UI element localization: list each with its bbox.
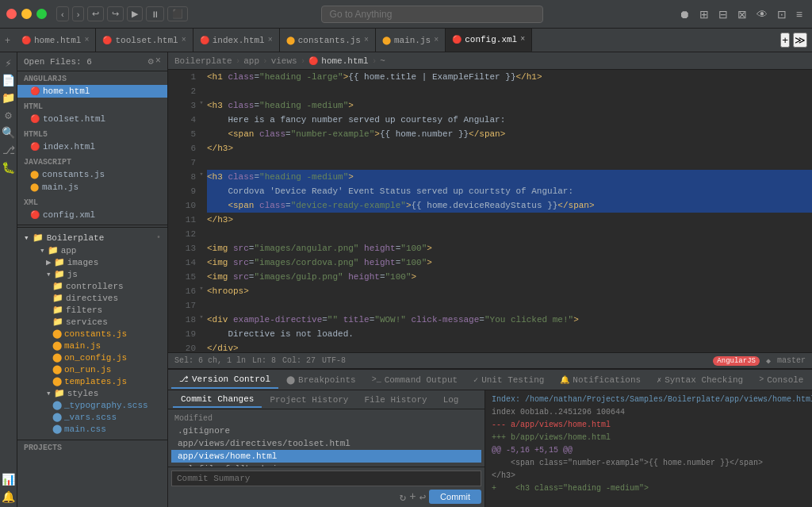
sidebar-icon-stats[interactable]: 📊 bbox=[2, 472, 16, 486]
gutter-16[interactable]: ▾ bbox=[196, 284, 207, 298]
tab-close-config[interactable]: × bbox=[520, 35, 525, 44]
folder-app[interactable]: ▾ 📁 app bbox=[17, 244, 167, 256]
forward-button[interactable]: › bbox=[72, 6, 85, 21]
tab-close-constants[interactable]: × bbox=[364, 36, 369, 44]
tab-close-toolset[interactable]: × bbox=[182, 36, 186, 44]
code-line-11[interactable]: </h3> bbox=[207, 213, 812, 227]
gutter-18[interactable]: ▾ bbox=[196, 313, 207, 327]
sidebar-icon-folder[interactable]: 📁 bbox=[2, 90, 16, 105]
tab-toolset-html[interactable]: 🔴 toolset.html × bbox=[96, 29, 193, 52]
minimize-button[interactable] bbox=[21, 9, 32, 19]
folder-styles[interactable]: ▾ 📁 styles bbox=[17, 387, 167, 399]
project-header[interactable]: ▾ 📁 Boilerplate • bbox=[17, 231, 167, 244]
tab-close-index[interactable]: × bbox=[268, 36, 273, 44]
folder-images[interactable]: ▶ 📁 images bbox=[17, 256, 167, 268]
commit-button[interactable]: Commit bbox=[429, 490, 481, 504]
view2-button[interactable]: ⊟ bbox=[715, 6, 731, 22]
undo-button[interactable]: ↩ bbox=[87, 6, 104, 21]
tab-command-output[interactable]: >_ Command Output bbox=[364, 372, 465, 388]
code-line-9[interactable]: Cordova 'Device Ready' Event Status serv… bbox=[207, 184, 812, 198]
sidebar-icon-search[interactable]: 🔍 bbox=[2, 125, 16, 140]
code-line-3[interactable]: <h3 class="heading -medium"> bbox=[207, 98, 812, 113]
file-panel-close[interactable]: × bbox=[155, 56, 161, 67]
tab-config-xml[interactable]: 🔴 config.xml × bbox=[446, 29, 532, 52]
menu-button[interactable]: ≡ bbox=[793, 6, 806, 22]
gutter-3[interactable]: ▾ bbox=[196, 98, 207, 113]
vc-stage-icon[interactable]: + bbox=[409, 490, 416, 503]
code-line-1[interactable]: <h1 class="heading -large">{{ home.title… bbox=[207, 70, 812, 84]
redo-button[interactable]: ↪ bbox=[107, 6, 124, 21]
code-line-7[interactable] bbox=[207, 156, 812, 170]
code-line-12[interactable] bbox=[207, 227, 812, 241]
file-vars-scss[interactable]: ⬤ _vars.scss bbox=[17, 411, 167, 423]
file-templates-js[interactable]: ⬤ templates.js bbox=[17, 375, 167, 387]
pause-button[interactable]: ⏸ bbox=[146, 6, 164, 21]
vc-subtab-log[interactable]: Log bbox=[435, 393, 467, 407]
stop-button[interactable]: ⬛ bbox=[167, 6, 188, 21]
code-line-18[interactable]: <div example-directive="" title="WOW!" c… bbox=[207, 313, 812, 327]
tab-unit-testing[interactable]: ✓ Unit Testing bbox=[465, 372, 552, 388]
file-typography-scss[interactable]: ⬤ _typography.scss bbox=[17, 399, 167, 411]
vc-subtab-history[interactable]: Project History bbox=[262, 393, 356, 407]
close-button[interactable] bbox=[6, 9, 17, 19]
tab-notifications[interactable]: 🔔 Notifications bbox=[552, 372, 649, 388]
file-item-index-html[interactable]: 🔴 index.html bbox=[17, 140, 167, 153]
build-button[interactable]: ▶ bbox=[127, 6, 143, 21]
folder-directives[interactable]: 📁 directives bbox=[17, 292, 167, 304]
code-line-20[interactable]: </div> bbox=[207, 341, 812, 352]
vc-subtab-file-history[interactable]: File History bbox=[356, 393, 435, 407]
code-line-6[interactable]: </h3> bbox=[207, 141, 812, 156]
tab-index-html[interactable]: 🔴 index.html × bbox=[193, 29, 280, 52]
search-input[interactable] bbox=[321, 6, 543, 23]
record-button[interactable]: ⏺ bbox=[676, 6, 693, 22]
tab-syntax-checking[interactable]: ✗ Syntax Checking bbox=[649, 372, 751, 388]
vc-file-gitignore[interactable]: .gitignore bbox=[171, 424, 481, 437]
tab-close-main[interactable]: × bbox=[434, 36, 439, 44]
tab-overflow-button[interactable]: ≫ bbox=[793, 33, 807, 48]
code-line-17[interactable] bbox=[207, 298, 812, 313]
file-item-main-js[interactable]: ⬤ main.js bbox=[17, 181, 167, 194]
folder-js[interactable]: ▾ 📁 js bbox=[17, 268, 167, 280]
file-item-home-html[interactable]: 🔴 home.html × bbox=[17, 85, 167, 98]
code-line-2[interactable] bbox=[207, 84, 812, 98]
editor-scroll[interactable]: 1 <h1 class="heading -large">{{ home.tit… bbox=[168, 70, 812, 352]
commit-summary-input[interactable] bbox=[171, 471, 481, 486]
view3-button[interactable]: ⊠ bbox=[734, 6, 750, 22]
file-panel-settings[interactable]: ⚙ bbox=[148, 56, 154, 67]
file-main-js[interactable]: ⬤ main.js bbox=[17, 340, 167, 351]
vc-revert-icon[interactable]: ↩ bbox=[419, 490, 426, 504]
code-line-5[interactable]: <span class="number-example">{{ home.num… bbox=[207, 127, 812, 141]
tab-breakpoints[interactable]: ⬤ Breakpoints bbox=[278, 372, 364, 388]
tab-console[interactable]: > Console bbox=[751, 372, 811, 388]
folder-controllers[interactable]: 📁 controllers bbox=[17, 280, 167, 292]
file-on-run-js[interactable]: ⬤ on_run.js bbox=[17, 363, 167, 375]
code-line-19[interactable]: Directive is not loaded. bbox=[207, 327, 812, 341]
tab-close-home[interactable]: × bbox=[84, 36, 89, 44]
file-item-config-xml[interactable]: 🔴 config.xml × bbox=[17, 209, 167, 221]
preview-button[interactable]: 👁 bbox=[753, 6, 771, 22]
folder-services[interactable]: 📁 services bbox=[17, 316, 167, 328]
code-line-15[interactable]: <img src="images/gulp.png" height="100"> bbox=[207, 270, 812, 284]
sidebar-icon-debug[interactable]: 🐛 bbox=[2, 160, 16, 175]
maximize-button[interactable] bbox=[36, 9, 47, 19]
vc-file-toolset[interactable]: app/views/directives/toolset.html bbox=[171, 437, 481, 450]
tab-main-js[interactable]: ⬤ main.js × bbox=[376, 29, 446, 52]
code-line-13[interactable]: <img src="images/angular.png" height="10… bbox=[207, 241, 812, 255]
gutter-8[interactable]: ▾ bbox=[196, 170, 207, 184]
back-button[interactable]: ‹ bbox=[56, 6, 69, 21]
folder-filters[interactable]: 📁 filters bbox=[17, 304, 167, 316]
tab-version-control[interactable]: ⎇ Version Control bbox=[171, 371, 278, 389]
vc-subtab-commit[interactable]: Commit Changes bbox=[173, 392, 262, 408]
project-settings[interactable]: • bbox=[156, 233, 161, 242]
tab-home-html[interactable]: 🔴 home.html × bbox=[15, 29, 96, 52]
new-tab-button[interactable]: + bbox=[3, 33, 12, 48]
sidebar-icon-angularjs[interactable]: ⚡ bbox=[2, 56, 16, 70]
file-constants-js[interactable]: ⬤ constants.js bbox=[17, 328, 167, 340]
tab-constants-js[interactable]: ⬤ constants.js × bbox=[280, 29, 376, 52]
sidebar-icon-files[interactable]: 📄 bbox=[2, 73, 16, 87]
split-button[interactable]: ⊡ bbox=[774, 6, 790, 22]
vc-refresh-icon[interactable]: ↻ bbox=[400, 490, 406, 504]
sidebar-icon-notifications[interactable]: 🔔 bbox=[2, 490, 16, 504]
code-line-14[interactable]: <img src="images/cordova.png" height="10… bbox=[207, 255, 812, 270]
code-line-10[interactable]: <span class="device-ready-example">{{ ho… bbox=[207, 198, 812, 213]
